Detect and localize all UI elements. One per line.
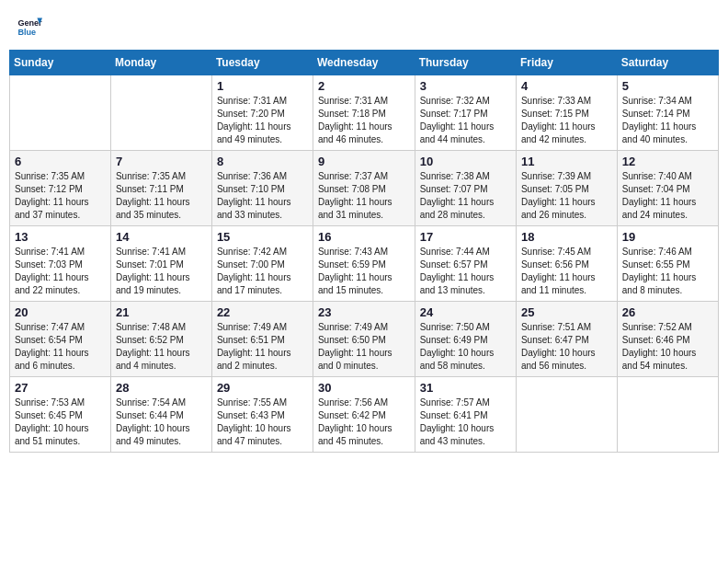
- day-info: Sunrise: 7:35 AM Sunset: 7:12 PM Dayligh…: [15, 170, 106, 222]
- day-number: 26: [622, 305, 713, 319]
- day-info: Sunrise: 7:44 AM Sunset: 6:57 PM Dayligh…: [420, 246, 511, 297]
- day-cell: [516, 377, 617, 453]
- day-number: 12: [622, 155, 713, 168]
- day-info: Sunrise: 7:49 AM Sunset: 6:51 PM Dayligh…: [217, 321, 308, 373]
- day-number: 22: [217, 305, 308, 319]
- col-header-wednesday: Wednesday: [313, 51, 415, 75]
- day-cell: 31Sunrise: 7:57 AM Sunset: 6:41 PM Dayli…: [415, 377, 516, 453]
- day-info: Sunrise: 7:53 AM Sunset: 6:45 PM Dayligh…: [15, 396, 106, 448]
- day-info: Sunrise: 7:51 AM Sunset: 6:47 PM Dayligh…: [521, 321, 612, 373]
- week-row-4: 20Sunrise: 7:47 AM Sunset: 6:54 PM Dayli…: [10, 302, 719, 377]
- day-number: 29: [217, 381, 308, 395]
- day-cell: 5Sunrise: 7:34 AM Sunset: 7:14 PM Daylig…: [617, 75, 718, 151]
- day-info: Sunrise: 7:54 AM Sunset: 6:44 PM Dayligh…: [116, 396, 207, 448]
- day-cell: 19Sunrise: 7:46 AM Sunset: 6:55 PM Dayli…: [617, 226, 718, 302]
- day-info: Sunrise: 7:35 AM Sunset: 7:11 PM Dayligh…: [116, 170, 207, 222]
- day-number: 5: [622, 79, 713, 93]
- day-number: 23: [318, 305, 410, 319]
- logo-icon: General Blue: [17, 13, 42, 39]
- day-cell: 29Sunrise: 7:55 AM Sunset: 6:43 PM Dayli…: [211, 377, 313, 453]
- day-info: Sunrise: 7:40 AM Sunset: 7:04 PM Dayligh…: [622, 170, 713, 222]
- day-cell: 30Sunrise: 7:56 AM Sunset: 6:42 PM Dayli…: [313, 377, 415, 453]
- day-number: 6: [15, 155, 106, 168]
- day-number: 28: [116, 381, 207, 395]
- week-row-1: 1Sunrise: 7:31 AM Sunset: 7:20 PM Daylig…: [10, 75, 719, 151]
- day-info: Sunrise: 7:41 AM Sunset: 7:01 PM Dayligh…: [116, 246, 207, 297]
- day-cell: 3Sunrise: 7:32 AM Sunset: 7:17 PM Daylig…: [415, 75, 516, 151]
- page-header: General Blue: [9, 9, 719, 42]
- calendar-header-row: SundayMondayTuesdayWednesdayThursdayFrid…: [10, 51, 719, 75]
- day-number: 3: [420, 79, 511, 93]
- day-number: 15: [217, 230, 308, 244]
- day-cell: [10, 75, 111, 151]
- day-cell: 8Sunrise: 7:36 AM Sunset: 7:10 PM Daylig…: [211, 151, 313, 226]
- day-number: 7: [116, 155, 207, 168]
- day-cell: 18Sunrise: 7:45 AM Sunset: 6:56 PM Dayli…: [516, 226, 617, 302]
- col-header-tuesday: Tuesday: [211, 51, 313, 75]
- day-info: Sunrise: 7:43 AM Sunset: 6:59 PM Dayligh…: [318, 246, 410, 297]
- day-info: Sunrise: 7:50 AM Sunset: 6:49 PM Dayligh…: [420, 321, 511, 373]
- col-header-friday: Friday: [516, 51, 617, 75]
- day-cell: 25Sunrise: 7:51 AM Sunset: 6:47 PM Dayli…: [516, 302, 617, 377]
- day-cell: 2Sunrise: 7:31 AM Sunset: 7:18 PM Daylig…: [313, 75, 415, 151]
- day-number: 31: [420, 381, 511, 395]
- day-number: 13: [15, 230, 106, 244]
- week-row-5: 27Sunrise: 7:53 AM Sunset: 6:45 PM Dayli…: [10, 377, 719, 453]
- day-cell: [617, 377, 718, 453]
- day-info: Sunrise: 7:45 AM Sunset: 6:56 PM Dayligh…: [521, 246, 612, 297]
- day-cell: 21Sunrise: 7:48 AM Sunset: 6:52 PM Dayli…: [110, 302, 211, 377]
- day-info: Sunrise: 7:49 AM Sunset: 6:50 PM Dayligh…: [318, 321, 410, 373]
- svg-text:Blue: Blue: [17, 28, 36, 37]
- day-number: 9: [318, 155, 410, 168]
- day-info: Sunrise: 7:47 AM Sunset: 6:54 PM Dayligh…: [15, 321, 106, 373]
- day-cell: 10Sunrise: 7:38 AM Sunset: 7:07 PM Dayli…: [415, 151, 516, 226]
- day-cell: 27Sunrise: 7:53 AM Sunset: 6:45 PM Dayli…: [10, 377, 111, 453]
- day-cell: 15Sunrise: 7:42 AM Sunset: 7:00 PM Dayli…: [211, 226, 313, 302]
- day-number: 4: [521, 79, 612, 93]
- day-number: 27: [15, 381, 106, 395]
- day-info: Sunrise: 7:55 AM Sunset: 6:43 PM Dayligh…: [217, 396, 308, 448]
- day-number: 1: [217, 79, 308, 93]
- day-cell: 14Sunrise: 7:41 AM Sunset: 7:01 PM Dayli…: [110, 226, 211, 302]
- week-row-2: 6Sunrise: 7:35 AM Sunset: 7:12 PM Daylig…: [10, 151, 719, 226]
- day-number: 24: [420, 305, 511, 319]
- day-cell: 1Sunrise: 7:31 AM Sunset: 7:20 PM Daylig…: [211, 75, 313, 151]
- day-info: Sunrise: 7:32 AM Sunset: 7:17 PM Dayligh…: [420, 95, 511, 146]
- day-cell: [110, 75, 211, 151]
- day-cell: 12Sunrise: 7:40 AM Sunset: 7:04 PM Dayli…: [617, 151, 718, 226]
- day-info: Sunrise: 7:56 AM Sunset: 6:42 PM Dayligh…: [318, 396, 410, 448]
- day-number: 16: [318, 230, 410, 244]
- day-info: Sunrise: 7:31 AM Sunset: 7:18 PM Dayligh…: [318, 95, 410, 146]
- day-cell: 28Sunrise: 7:54 AM Sunset: 6:44 PM Dayli…: [110, 377, 211, 453]
- day-cell: 20Sunrise: 7:47 AM Sunset: 6:54 PM Dayli…: [10, 302, 111, 377]
- day-cell: 11Sunrise: 7:39 AM Sunset: 7:05 PM Dayli…: [516, 151, 617, 226]
- col-header-sunday: Sunday: [10, 51, 111, 75]
- day-cell: 23Sunrise: 7:49 AM Sunset: 6:50 PM Dayli…: [313, 302, 415, 377]
- day-number: 20: [15, 305, 106, 319]
- day-info: Sunrise: 7:33 AM Sunset: 7:15 PM Dayligh…: [521, 95, 612, 146]
- day-number: 8: [217, 155, 308, 168]
- day-info: Sunrise: 7:46 AM Sunset: 6:55 PM Dayligh…: [622, 246, 713, 297]
- day-number: 19: [622, 230, 713, 244]
- day-number: 17: [420, 230, 511, 244]
- day-cell: 6Sunrise: 7:35 AM Sunset: 7:12 PM Daylig…: [10, 151, 111, 226]
- day-info: Sunrise: 7:37 AM Sunset: 7:08 PM Dayligh…: [318, 170, 410, 222]
- day-info: Sunrise: 7:39 AM Sunset: 7:05 PM Dayligh…: [521, 170, 612, 222]
- day-info: Sunrise: 7:34 AM Sunset: 7:14 PM Dayligh…: [622, 95, 713, 146]
- day-info: Sunrise: 7:42 AM Sunset: 7:00 PM Dayligh…: [217, 246, 308, 297]
- day-number: 30: [318, 381, 410, 395]
- day-cell: 26Sunrise: 7:52 AM Sunset: 6:46 PM Dayli…: [617, 302, 718, 377]
- day-info: Sunrise: 7:48 AM Sunset: 6:52 PM Dayligh…: [116, 321, 207, 373]
- logo: General Blue: [17, 13, 46, 39]
- day-number: 14: [116, 230, 207, 244]
- day-info: Sunrise: 7:57 AM Sunset: 6:41 PM Dayligh…: [420, 396, 511, 448]
- day-number: 11: [521, 155, 612, 168]
- calendar-table: SundayMondayTuesdayWednesdayThursdayFrid…: [9, 50, 719, 453]
- day-cell: 22Sunrise: 7:49 AM Sunset: 6:51 PM Dayli…: [211, 302, 313, 377]
- day-info: Sunrise: 7:36 AM Sunset: 7:10 PM Dayligh…: [217, 170, 308, 222]
- day-number: 18: [521, 230, 612, 244]
- day-cell: 16Sunrise: 7:43 AM Sunset: 6:59 PM Dayli…: [313, 226, 415, 302]
- day-number: 10: [420, 155, 511, 168]
- week-row-3: 13Sunrise: 7:41 AM Sunset: 7:03 PM Dayli…: [10, 226, 719, 302]
- day-cell: 4Sunrise: 7:33 AM Sunset: 7:15 PM Daylig…: [516, 75, 617, 151]
